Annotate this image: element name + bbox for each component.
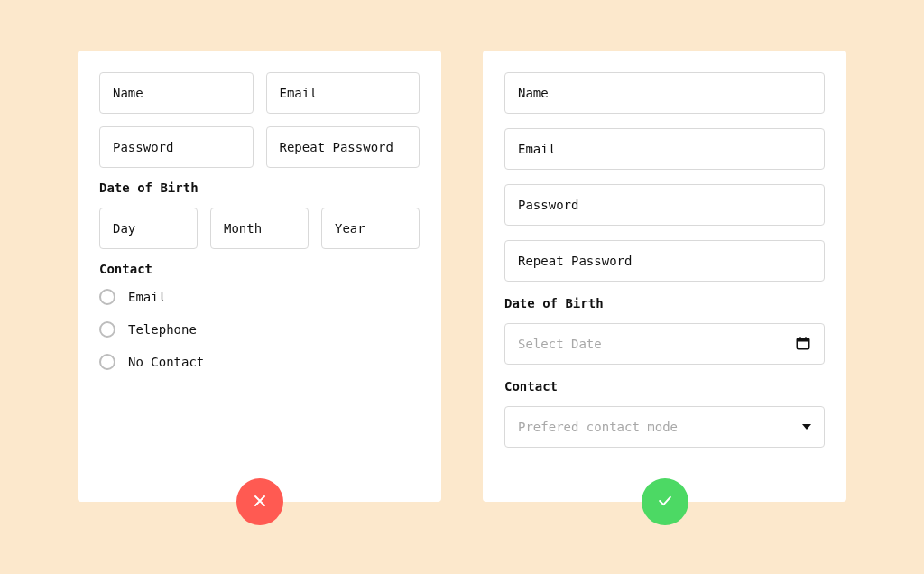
radio-icon [99, 289, 116, 305]
chevron-down-icon [802, 424, 811, 430]
input-label: Password [113, 140, 173, 154]
input-label: Password [518, 198, 578, 212]
password-input[interactable]: Password [99, 126, 254, 168]
email-input[interactable]: Email [266, 72, 420, 114]
dob-year-input[interactable]: Year [321, 208, 420, 249]
check-icon [656, 492, 674, 513]
dob-month-input[interactable]: Month [210, 208, 309, 249]
input-label: Day [113, 221, 135, 236]
input-label: Name [113, 86, 143, 100]
input-label: Year [335, 221, 365, 236]
radio-telephone[interactable]: Telephone [99, 321, 420, 338]
calendar-icon [795, 335, 811, 354]
dob-label: Date of Birth [99, 181, 420, 195]
radio-no-contact[interactable]: No Contact [99, 354, 420, 370]
input-label: Month [224, 221, 262, 236]
contact-label: Contact [504, 379, 825, 393]
svg-rect-1 [797, 338, 809, 341]
form-card-bad: Name Email Password Repeat Password Date… [78, 51, 441, 502]
email-input[interactable]: Email [504, 128, 825, 170]
radio-label: Email [128, 290, 166, 304]
status-badge-bad [236, 478, 283, 525]
input-label: Email [280, 86, 318, 100]
contact-select[interactable]: Prefered contact mode [504, 406, 825, 448]
close-icon [251, 492, 269, 513]
input-label: Repeat Password [518, 254, 632, 268]
select-placeholder: Prefered contact mode [518, 420, 678, 434]
name-input[interactable]: Name [99, 72, 254, 114]
radio-label: Telephone [128, 322, 197, 337]
form-card-good: Name Email Password Repeat Password Date… [483, 51, 846, 502]
input-label: Email [518, 142, 556, 156]
dob-day-input[interactable]: Day [99, 208, 198, 249]
radio-icon [99, 321, 116, 338]
input-label: Name [518, 86, 549, 100]
radio-label: No Contact [128, 355, 204, 369]
dob-date-picker[interactable]: Select Date [504, 323, 825, 365]
input-placeholder: Select Date [518, 337, 602, 351]
contact-label: Contact [99, 262, 420, 276]
radio-icon [99, 354, 116, 370]
radio-email[interactable]: Email [99, 289, 420, 305]
repeat-password-input[interactable]: Repeat Password [504, 240, 825, 282]
password-input[interactable]: Password [504, 184, 825, 226]
status-badge-good [642, 478, 688, 525]
name-input[interactable]: Name [504, 72, 825, 114]
dob-label: Date of Birth [504, 296, 825, 310]
input-label: Repeat Password [280, 140, 393, 154]
repeat-password-input[interactable]: Repeat Password [266, 126, 420, 168]
